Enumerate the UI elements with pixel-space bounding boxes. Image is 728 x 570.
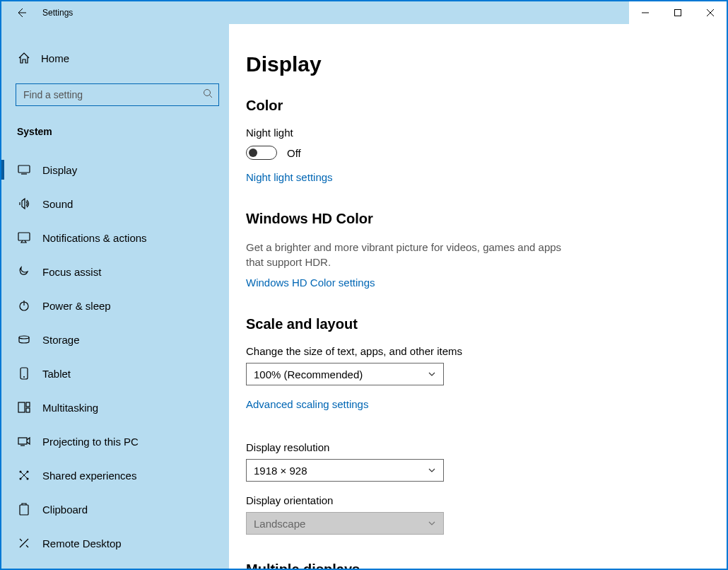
nav-icon xyxy=(17,232,31,243)
sidebar-item-label: Tablet xyxy=(42,368,71,380)
svg-rect-17 xyxy=(18,438,27,444)
sidebar-item-tablet[interactable]: Tablet xyxy=(1,356,229,390)
sidebar-item-label: Projecting to this PC xyxy=(42,436,139,448)
orientation-dropdown: Landscape xyxy=(246,512,444,535)
home-icon xyxy=(17,52,31,64)
advanced-scaling-link[interactable]: Advanced scaling settings xyxy=(246,398,368,410)
sidebar-item-about[interactable]: About xyxy=(1,560,229,569)
hdr-settings-link[interactable]: Windows HD Color settings xyxy=(246,277,375,289)
sidebar-item-label: Display xyxy=(42,164,77,176)
chevron-down-icon xyxy=(428,519,436,528)
sidebar-section-label: System xyxy=(17,126,229,137)
maximize-button[interactable] xyxy=(662,1,694,24)
orientation-value: Landscape xyxy=(254,518,305,530)
svg-point-4 xyxy=(204,90,211,96)
sidebar-item-label: Multitasking xyxy=(42,402,98,414)
sidebar-item-label: Remote Desktop xyxy=(42,537,122,549)
svg-point-11 xyxy=(19,336,29,339)
nav-icon xyxy=(17,402,31,413)
sidebar-item-storage[interactable]: Storage xyxy=(1,322,229,356)
search-input[interactable] xyxy=(16,84,218,105)
nav-icon xyxy=(17,335,31,344)
sidebar-item-projecting-to-this-pc[interactable]: Projecting to this PC xyxy=(1,424,229,458)
multiple-displays-heading: Multiple displays xyxy=(246,562,698,569)
svg-rect-15 xyxy=(26,402,30,407)
night-light-toggle[interactable] xyxy=(246,146,277,160)
nav-icon xyxy=(17,436,31,447)
sidebar: Home System DisplaySoundNotifications & … xyxy=(1,24,229,569)
nav-icon xyxy=(17,537,31,549)
svg-rect-8 xyxy=(18,233,30,240)
window-title: Settings xyxy=(42,8,73,18)
scale-dropdown[interactable]: 100% (Recommended) xyxy=(246,363,444,385)
sidebar-home[interactable]: Home xyxy=(1,44,229,72)
sidebar-item-focus-assist[interactable]: Focus assist xyxy=(1,255,229,289)
page-title: Display xyxy=(246,52,698,76)
size-label: Change the size of text, apps, and other… xyxy=(246,345,698,357)
nav-icon xyxy=(17,367,31,380)
sidebar-item-label: Focus assist xyxy=(42,266,101,278)
resolution-dropdown[interactable]: 1918 × 928 xyxy=(246,459,444,482)
night-light-state: Off xyxy=(287,147,301,159)
back-button[interactable] xyxy=(14,1,28,24)
close-button[interactable] xyxy=(694,1,727,24)
orientation-label: Display orientation xyxy=(246,494,698,506)
chevron-down-icon xyxy=(428,466,436,475)
chevron-down-icon xyxy=(428,370,436,378)
svg-rect-23 xyxy=(20,505,28,515)
sidebar-item-label: Power & sleep xyxy=(42,300,111,312)
titlebar: Settings xyxy=(1,1,727,24)
sidebar-item-sound[interactable]: Sound xyxy=(1,187,229,221)
svg-rect-14 xyxy=(18,402,25,412)
svg-rect-16 xyxy=(26,408,30,412)
sidebar-item-shared-experiences[interactable]: Shared experiences xyxy=(1,458,229,492)
sidebar-item-power-sleep[interactable]: Power & sleep xyxy=(1,289,229,322)
sidebar-item-display[interactable]: Display xyxy=(1,153,229,187)
svg-point-13 xyxy=(23,376,25,378)
svg-line-5 xyxy=(210,95,213,98)
svg-rect-1 xyxy=(675,10,681,16)
night-light-label: Night light xyxy=(246,127,698,139)
svg-rect-6 xyxy=(18,165,30,173)
sidebar-item-label: Shared experiences xyxy=(42,470,136,482)
sidebar-home-label: Home xyxy=(41,52,69,64)
color-heading: Color xyxy=(246,98,698,114)
nav-icon xyxy=(17,165,31,175)
hdr-desc: Get a brighter and more vibrant picture … xyxy=(246,240,571,269)
sidebar-item-notifications-actions[interactable]: Notifications & actions xyxy=(1,221,229,255)
sidebar-item-label: Sound xyxy=(42,198,73,210)
nav-icon xyxy=(17,265,31,278)
sidebar-item-label: Clipboard xyxy=(42,504,88,516)
nav-icon xyxy=(17,197,31,210)
sidebar-item-remote-desktop[interactable]: Remote Desktop xyxy=(1,526,229,560)
resolution-label: Display resolution xyxy=(246,441,698,453)
sidebar-item-multitasking[interactable]: Multitasking xyxy=(1,390,229,424)
content: Display Color Night light Off Night ligh… xyxy=(229,24,727,569)
scale-value: 100% (Recommended) xyxy=(254,368,363,380)
window-controls xyxy=(629,1,727,24)
sidebar-item-label: Notifications & actions xyxy=(42,232,147,244)
hdr-heading: Windows HD Color xyxy=(246,211,698,227)
nav-icon xyxy=(17,299,31,312)
night-light-settings-link[interactable]: Night light settings xyxy=(246,171,333,183)
nav-icon xyxy=(17,469,31,482)
nav-icon xyxy=(17,503,31,516)
search-box[interactable] xyxy=(16,83,219,106)
sidebar-item-label: Storage xyxy=(42,334,80,346)
scale-heading: Scale and layout xyxy=(246,316,698,332)
search-icon xyxy=(203,88,213,101)
sidebar-item-clipboard[interactable]: Clipboard xyxy=(1,492,229,526)
resolution-value: 1918 × 928 xyxy=(254,465,307,477)
minimize-button[interactable] xyxy=(629,1,662,24)
